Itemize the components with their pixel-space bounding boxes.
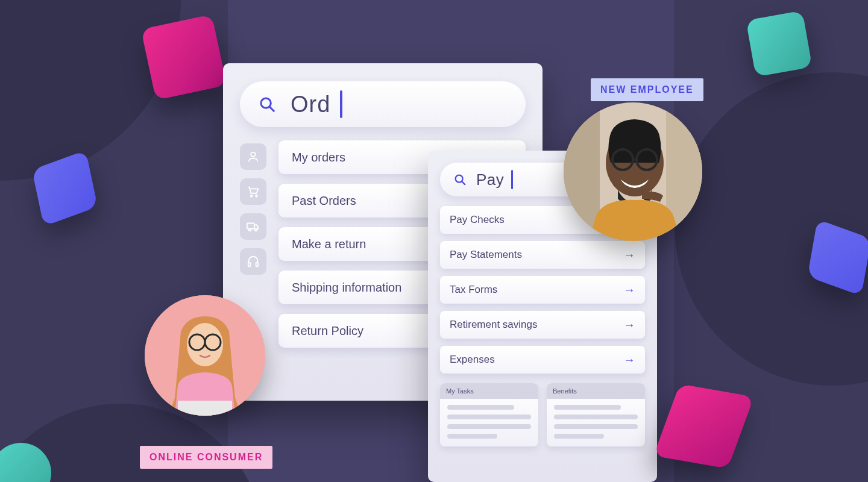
result-label: Make a return [292, 237, 366, 251]
widget-skeleton [440, 399, 538, 445]
svg-rect-5 [247, 224, 254, 229]
avatar-consumer [145, 295, 265, 416]
result-label: My orders [292, 151, 345, 164]
avatar-employee [564, 102, 702, 241]
svg-point-0 [261, 98, 271, 108]
search-result-item[interactable]: Tax Forms → [440, 276, 645, 304]
svg-point-6 [249, 229, 251, 231]
result-label: Expenses [450, 354, 495, 366]
svg-line-11 [462, 182, 465, 185]
result-label: Tax Forms [450, 284, 497, 296]
svg-point-4 [256, 195, 257, 197]
truck-icon[interactable] [240, 213, 266, 240]
search-query-text: Pay [476, 171, 504, 189]
text-cursor [511, 170, 513, 189]
result-label: Pay Statements [450, 249, 522, 261]
search-result-item[interactable]: Pay Statements → [440, 241, 645, 269]
svg-point-2 [251, 152, 255, 157]
svg-point-7 [255, 229, 257, 231]
search-result-item[interactable]: Expenses → [440, 346, 645, 374]
search-icon [258, 95, 276, 113]
widget-skeleton [547, 399, 645, 445]
result-label: Retirement savings [450, 319, 538, 331]
search-result-item[interactable]: Retirement savings → [440, 311, 645, 339]
arrow-right-icon: → [623, 318, 635, 332]
widget-benefits[interactable]: Benefits [547, 383, 645, 446]
svg-rect-9 [256, 263, 259, 266]
badge-online-consumer: ONLINE CONSUMER [140, 446, 272, 469]
svg-point-3 [251, 195, 253, 197]
search-icon [453, 173, 467, 186]
svg-rect-18 [178, 401, 232, 416]
result-label: Past Orders [292, 194, 356, 208]
svg-rect-8 [248, 263, 251, 266]
badge-new-employee: NEW EMPLOYEE [591, 78, 703, 101]
result-label: Return Policy [292, 324, 363, 338]
cart-icon[interactable] [240, 178, 266, 205]
result-label: Pay Checks [450, 214, 505, 226]
arrow-right-icon: → [623, 248, 635, 262]
arrow-right-icon: → [623, 353, 635, 367]
result-label: Shipping information [292, 281, 401, 295]
person-icon[interactable] [240, 143, 266, 170]
widget-title: My Tasks [440, 383, 538, 399]
arrow-right-icon: → [623, 283, 635, 297]
search-input[interactable]: Ord [240, 81, 526, 127]
svg-line-1 [270, 107, 274, 111]
svg-point-10 [456, 175, 463, 183]
text-cursor [340, 90, 342, 118]
headphones-icon[interactable] [240, 248, 266, 275]
search-query-text: Ord [291, 92, 330, 117]
widget-my-tasks[interactable]: My Tasks [440, 383, 538, 446]
decorative-shape [141, 14, 227, 100]
decorative-shape [746, 10, 812, 77]
widget-title: Benefits [547, 383, 645, 399]
